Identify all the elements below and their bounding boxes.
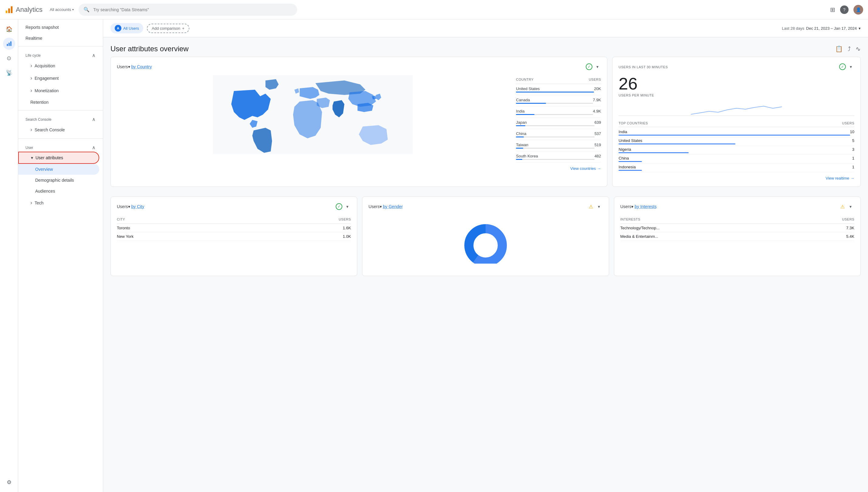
account-name: All accounts <box>50 7 71 12</box>
top-country-rows: India 10 United States 5 Nigeria 3 China… <box>619 128 854 172</box>
city-table-row: New York1.0K <box>117 232 351 241</box>
map-table-row: China 537 <box>516 129 601 140</box>
realtime-card-controls: ✓ ▾ <box>839 63 854 70</box>
map-table: COUNTRY USERS United States 20K Canada 7… <box>516 75 601 171</box>
search-input[interactable] <box>93 7 292 12</box>
sidebar-icon-home[interactable]: 🏠 <box>3 23 15 35</box>
all-users-label: All Users <box>123 26 139 31</box>
city-card: Users▾ by City ✓ ▾ CITY USERS Toronto1.6… <box>111 197 357 276</box>
avatar[interactable]: 👤 <box>853 5 863 15</box>
gender-dropdown-button[interactable]: ▾ <box>596 203 603 210</box>
realtime-dropdown-button[interactable]: ▾ <box>847 63 854 70</box>
map-card-title: Users▾ by Country <box>117 64 152 69</box>
users-cell: 639 <box>595 120 601 126</box>
nav-user-attributes[interactable]: ▾ User attributes <box>18 152 99 164</box>
nav-acquisition[interactable]: › Acquisition <box>18 59 99 72</box>
a-circle-icon: A <box>115 25 121 31</box>
svg-rect-5 <box>10 42 11 46</box>
nav-search-console-header[interactable]: Search Console ∧ <box>18 113 103 123</box>
top-country-cell: United States <box>619 138 852 144</box>
svg-rect-4 <box>8 43 9 46</box>
account-selector[interactable]: All accounts ▾ <box>50 7 74 12</box>
icon-sidebar: 🏠 ⊙ 📡 ⚙ <box>0 19 18 492</box>
nav-user-header[interactable]: User ∧ <box>18 141 103 152</box>
nav-reports-snapshot[interactable]: Reports snapshot <box>18 22 99 33</box>
apps-grid-icon[interactable]: ⊞ <box>830 6 835 13</box>
nav-reports-snapshot-label: Reports snapshot <box>25 25 59 30</box>
interests-table-row: Media & Entertainm...5.4K <box>620 232 854 241</box>
content-header: A All Users Add comparison + Last 28 day… <box>103 19 868 37</box>
search-bar[interactable]: 🔍 <box>79 4 297 16</box>
date-label: Last 28 days <box>782 26 804 31</box>
svg-rect-2 <box>11 6 13 13</box>
interests-card-header: Users▾ by Interests ⚠ ▾ <box>620 203 854 210</box>
country-cell: China <box>516 131 594 138</box>
nav-lifecycle-header[interactable]: Life cycle ∧ <box>18 49 103 59</box>
users-cell: 519 <box>595 143 601 149</box>
map-table-row: United States 20K <box>516 84 601 95</box>
date-range[interactable]: Last 28 days Dec 21, 2023 – Jan 17, 2024… <box>782 26 861 31</box>
city-dropdown-button[interactable]: ▾ <box>343 203 351 210</box>
top-country-row: Nigeria 3 <box>619 146 854 155</box>
user-attributes-expand-icon: ▾ <box>31 155 33 160</box>
map-dropdown-button[interactable]: ▾ <box>594 63 601 70</box>
app-layout: 🏠 ⊙ 📡 ⚙ Reports snapshot Realtime Life c… <box>0 19 868 492</box>
nav-retention[interactable]: Retention <box>18 97 99 108</box>
gender-title-link[interactable]: by Gender <box>383 204 403 209</box>
cards-grid: Users▾ by Country ✓ ▾ <box>103 57 868 283</box>
insights-icon[interactable]: ∿ <box>855 45 861 52</box>
realtime-card-title: USERS IN LAST 30 MINUTES <box>619 64 668 69</box>
gender-card-controls: ⚠ ▾ <box>587 203 603 210</box>
map-card: Users▾ by Country ✓ ▾ <box>111 57 607 187</box>
gender-card-title: Users▾ by Gender <box>368 204 403 209</box>
view-realtime-link[interactable]: View realtime → <box>619 176 854 180</box>
view-countries-link[interactable]: View countries → <box>516 166 601 171</box>
top-country-users: 10 <box>850 129 854 136</box>
country-cell: Canada <box>516 98 593 104</box>
save-report-icon[interactable]: 📋 <box>835 45 843 52</box>
date-range-value: Dec 21, 2023 – Jan 17, 2024 <box>806 26 857 31</box>
map-content: COUNTRY USERS United States 20K Canada 7… <box>117 75 601 171</box>
analytics-logo-icon <box>5 5 14 14</box>
nav-search-console-item[interactable]: › Search Console <box>18 123 99 136</box>
map-table-row: Taiwan 519 <box>516 140 601 151</box>
all-users-pill[interactable]: A All Users <box>111 23 143 33</box>
city-title-link[interactable]: by City <box>131 204 144 209</box>
sidebar-icon-reports[interactable] <box>3 38 15 50</box>
tech-expand-icon: › <box>30 200 32 206</box>
nav-overview[interactable]: Overview <box>18 164 99 175</box>
nav-audiences[interactable]: Audiences <box>18 186 99 197</box>
map-check-icon: ✓ <box>586 64 593 70</box>
search-icon: 🔍 <box>83 7 90 13</box>
share-icon[interactable]: ⤴ <box>848 46 851 52</box>
interests-title-link[interactable]: by Interests <box>635 204 656 209</box>
map-card-controls: ✓ ▾ <box>586 63 601 70</box>
nav-realtime[interactable]: Realtime <box>18 33 99 44</box>
interests-dropdown-button[interactable]: ▾ <box>847 203 854 210</box>
sidebar-icon-settings[interactable]: ⚙ <box>3 476 15 488</box>
interests-table-row: Technology/Technop...7.3K <box>620 224 854 232</box>
add-comparison-label: Add comparison <box>152 26 180 31</box>
interests-card-controls: ⚠ ▾ <box>839 203 854 210</box>
nav-divider-1 <box>18 46 103 46</box>
gender-card-header: Users▾ by Gender ⚠ ▾ <box>368 203 602 210</box>
realtime-graph <box>619 101 854 116</box>
nav-monetization[interactable]: › Monetization <box>18 84 99 97</box>
sidebar-icon-explore[interactable]: ⊙ <box>3 52 15 64</box>
help-icon[interactable]: ? <box>840 5 849 14</box>
interests-card-title: Users▾ by Interests <box>620 204 657 209</box>
account-chevron-icon: ▾ <box>72 8 74 11</box>
add-comparison-button[interactable]: Add comparison + <box>147 24 189 33</box>
donut-svg <box>458 221 513 264</box>
nav-tech[interactable]: › Tech <box>18 197 99 209</box>
sidebar-icon-advertising[interactable]: 📡 <box>3 67 15 79</box>
realtime-count: 26 <box>619 75 854 92</box>
nav-engagement[interactable]: › Engagement <box>18 72 99 84</box>
svg-rect-1 <box>8 8 10 13</box>
nav-demographic-details[interactable]: Demographic details <box>18 175 99 186</box>
map-table-row: India 4.9K <box>516 106 601 118</box>
map-title-link[interactable]: by Country <box>131 64 152 69</box>
page-title: User attributes overview <box>111 45 189 53</box>
gender-card: Users▾ by Gender ⚠ ▾ <box>362 197 609 276</box>
search-console-chevron-icon: ∧ <box>92 117 96 122</box>
